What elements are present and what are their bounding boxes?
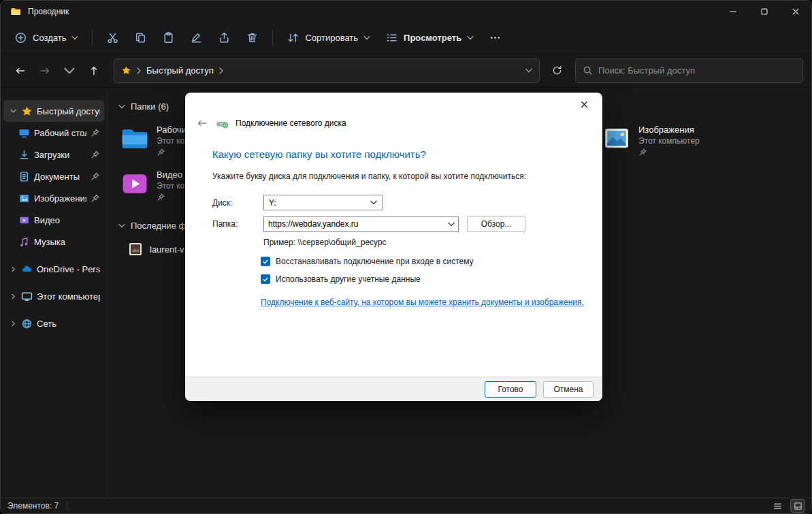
connect-website-link[interactable]: Подключение к веб-сайту, на котором вы м… [261,298,584,307]
quick-access-star-icon [121,65,131,76]
up-button[interactable] [82,59,105,82]
pin-icon [91,128,100,138]
chevron-right-icon [219,67,223,74]
maximize-button[interactable] [749,1,780,22]
example-text: Пример: \\сервер\общий_ресурс [263,238,602,247]
folder-tile-location: Этот компьютер [638,136,700,146]
folder-tile-pictures[interactable]: Изображения Этот компьютер [598,121,758,163]
folder-input[interactable] [264,217,444,231]
dialog-footer: Готово Отмена [185,376,602,401]
close-button[interactable] [780,1,811,22]
star-icon [21,106,33,117]
sidebar-item-videos[interactable]: Видео [3,209,104,231]
sidebar-item-downloads[interactable]: Загрузки [3,144,104,165]
pin-icon [157,193,165,202]
pin-icon [638,148,647,157]
rename-icon [190,31,203,44]
details-view-icon [773,502,782,511]
copy-button[interactable] [127,27,154,49]
sort-icon [287,31,299,44]
paste-icon [162,31,175,44]
minimize-button[interactable] [717,1,749,22]
recent-locations-button[interactable] [58,59,81,82]
paste-button[interactable] [155,27,182,49]
share-button[interactable] [211,27,238,49]
picture-icon [18,193,30,204]
drive-select[interactable]: Y: [263,195,383,210]
dialog-form: Диск: Y: Папка: Обзор... Пример: \\серве… [212,195,602,307]
chevron-down-icon [363,35,370,40]
pin-icon [157,148,165,157]
chevron-right-icon [9,266,17,272]
sidebar-item-label: Сеть [37,319,100,329]
chevron-down-icon [118,223,125,228]
chevron-down-icon [71,35,78,40]
sidebar-item-network[interactable]: Сеть [3,312,104,334]
search-input[interactable] [598,65,796,76]
pictures-icon [602,124,632,154]
address-dropdown-icon[interactable] [525,68,532,73]
create-button[interactable]: Создать [7,27,85,49]
drive-label: Диск: [212,198,263,208]
sidebar-item-documents[interactable]: Документы [3,165,104,187]
sidebar-item-label: Рабочий стол [34,128,86,138]
back-button[interactable] [9,59,32,82]
sort-button[interactable]: Сортировать [280,27,377,49]
credentials-checkbox[interactable] [261,274,270,284]
toolbar-separator [92,31,93,46]
network-globe-icon [21,318,33,330]
chevron-down-icon [118,104,125,109]
sidebar-item-music[interactable]: Музыка [3,231,104,253]
cut-button[interactable] [99,27,126,49]
sidebar-item-quick-access[interactable]: Быстрый доступ [3,100,104,122]
chevron-down-icon [9,109,17,113]
view-label: Просмотреть [404,33,461,43]
plus-icon [14,31,27,44]
view-button[interactable]: Просмотреть [378,27,481,49]
dialog-close-button[interactable] [570,94,598,114]
items-count: Элементов: 7 [7,501,59,511]
pin-icon [91,172,100,181]
address-bar[interactable]: Быстрый доступ [114,59,540,83]
copy-icon [134,31,147,44]
navigation-pane: Быстрый доступ Рабочий стол Загрузки Док… [1,89,108,498]
folder-dropdown-button[interactable] [444,217,458,231]
sidebar-item-label: Загрузки [34,150,86,160]
folders-section-header[interactable]: Папки (6) [116,100,172,113]
finish-button[interactable]: Готово [485,381,536,398]
pin-icon [91,150,100,159]
arrow-left-icon [197,118,208,129]
check-icon [262,258,269,265]
refresh-icon [552,65,562,76]
search-icon [583,65,593,76]
status-divider [67,502,67,511]
refresh-button[interactable] [545,59,568,82]
sidebar-item-onedrive[interactable]: OneDrive - Personal [3,258,104,280]
folder-combobox [263,216,459,232]
forward-button[interactable] [33,59,56,82]
ellipsis-icon [489,31,502,44]
cancel-button[interactable]: Отмена [543,381,594,398]
rename-button[interactable] [183,27,210,49]
sidebar-item-this-pc[interactable]: Этот компьютер [3,285,104,307]
dialog-header: Подключение сетевого диска [195,116,591,131]
chevron-down-icon [467,35,474,40]
map-network-drive-dialog: Подключение сетевого диска Какую сетевую… [185,93,602,401]
pin-icon [91,193,100,203]
breadcrumb[interactable]: Быстрый доступ [146,65,214,76]
delete-button[interactable] [239,27,265,49]
chevron-right-icon [137,67,141,74]
sidebar-item-pictures[interactable]: Изображения [3,187,104,209]
sidebar-item-desktop[interactable]: Рабочий стол [3,122,104,144]
chevron-down-icon [370,200,377,205]
dialog-intro-text: Укажите букву диска для подключения и па… [212,172,575,181]
folder-icon [120,124,150,154]
details-view-button[interactable] [770,500,784,512]
reconnect-checkbox[interactable] [261,257,270,266]
browse-button[interactable]: Обзор... [467,216,525,232]
more-options-button[interactable] [482,27,508,49]
reconnect-checkbox-label: Восстанавливать подключение при входе в … [276,257,474,266]
thumbnail-view-button[interactable] [791,500,805,512]
dialog-back-button[interactable] [195,116,210,131]
explorer-app-icon [10,6,21,17]
